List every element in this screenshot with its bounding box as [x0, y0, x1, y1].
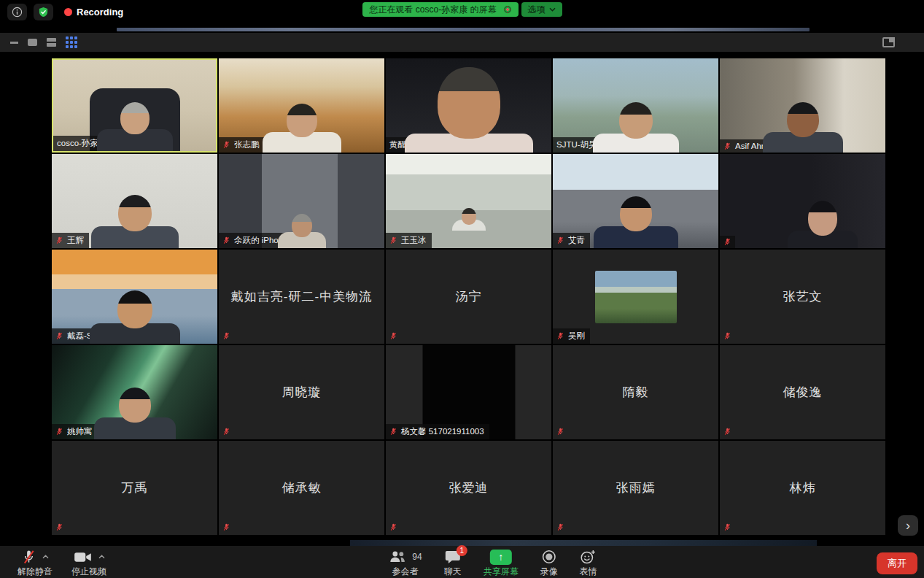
security-shield-menu-icon[interactable]	[34, 4, 53, 20]
muted-mic-icon	[556, 236, 564, 244]
participant-tile[interactable]: 姚帅寓	[52, 345, 217, 439]
participant-tile[interactable]: 林炜	[720, 441, 885, 535]
muted-mic-icon	[222, 523, 230, 531]
banner-text: 您正在观看 cosco-孙家康 的屏幕	[369, 4, 496, 16]
speaker-view-icon[interactable]	[28, 39, 37, 46]
participant-tile[interactable]: 隋毅	[553, 345, 718, 439]
recording-indicator[interactable]: Recording	[64, 7, 123, 18]
participant-tile[interactable]: 周晓璇	[219, 345, 384, 439]
unmute-label: 解除静音	[18, 566, 53, 578]
stop-video-button[interactable]: 停止视频	[71, 546, 106, 578]
share-screen-label: 共享屏幕	[484, 566, 519, 578]
zoom-meeting-screen: Recording 您正在观看 cosco-孙家康 的屏幕 选项 cosco-孙…	[0, 0, 924, 578]
muted-mic-icon	[55, 428, 63, 436]
participant-mute-indicator	[55, 523, 63, 531]
mic-options-caret[interactable]	[42, 555, 49, 559]
participant-mute-indicator	[723, 428, 731, 436]
shared-screen-top-edge	[117, 28, 810, 31]
layout-toggle-icon[interactable]	[882, 37, 895, 47]
recording-label: Recording	[77, 7, 123, 18]
participant-mute-indicator	[222, 428, 230, 436]
muted-mic-icon	[556, 523, 564, 531]
muted-mic-icon	[556, 332, 564, 340]
leave-button[interactable]: 离开	[877, 552, 917, 574]
chat-button[interactable]: 1 聊天	[444, 546, 462, 578]
muted-mic-icon	[723, 523, 731, 531]
participant-video-silhouette	[788, 201, 858, 248]
participants-count: 94	[412, 552, 422, 562]
participant-video-silhouette	[90, 290, 180, 344]
participant-tile[interactable]: 储俊逸	[720, 345, 885, 439]
participant-tile[interactable]: 王辉	[52, 154, 217, 248]
participant-video-silhouette	[405, 67, 533, 153]
participant-tile[interactable]: SJTU-胡昊	[553, 58, 718, 153]
participant-tile[interactable]: 余跃的 iPhone	[219, 154, 384, 248]
participant-name: 周晓璇	[219, 345, 384, 439]
participants-label: 参会者	[392, 566, 418, 578]
participant-name: 艾青	[568, 235, 585, 246]
share-screen-icon: ↑	[490, 550, 512, 565]
participant-tile[interactable]: Asif Ahmed	[720, 58, 885, 153]
participant-name: 汤宁	[386, 250, 551, 344]
unmute-button[interactable]: 解除静音	[18, 546, 53, 578]
participant-tile[interactable]	[720, 154, 885, 248]
minimize-view-icon[interactable]	[10, 42, 18, 44]
participant-mute-indicator	[389, 523, 397, 531]
participant-name: 张爱迪	[386, 441, 551, 535]
participant-name-label: 王玉冰	[386, 233, 432, 248]
participant-name: 林炜	[720, 441, 885, 535]
participant-tile[interactable]: 汤宁	[386, 250, 551, 344]
muted-mic-icon	[222, 236, 230, 244]
participant-name: 万禹	[52, 441, 217, 535]
participant-tile[interactable]: 戴如吉亮-研二-中美物流	[219, 250, 384, 344]
participant-mute-indicator	[723, 332, 731, 340]
participants-button[interactable]: 94 参会者	[388, 546, 422, 578]
chat-badge: 1	[457, 545, 467, 556]
participant-tile[interactable]: 张雨嫣	[553, 441, 718, 535]
muted-mic-icon	[222, 332, 230, 340]
participant-name: 吴刚	[568, 331, 585, 342]
participant-tile[interactable]: 吴刚	[553, 250, 718, 344]
participant-name-label: 姚帅寓	[52, 424, 98, 439]
video-options-caret[interactable]	[98, 555, 105, 559]
reactions-button[interactable]: 表情	[580, 546, 597, 578]
participant-tile[interactable]: 黄醒春	[386, 58, 551, 153]
record-button[interactable]: 录像	[540, 546, 558, 578]
participant-tile[interactable]: 张志鹏	[219, 58, 384, 153]
participant-tile[interactable]: 艾青	[553, 154, 718, 248]
stop-video-label: 停止视频	[71, 566, 106, 578]
banner-record-icon	[504, 6, 511, 13]
smiley-plus-icon	[581, 550, 596, 564]
participant-tile[interactable]: 张爱迪	[386, 441, 551, 535]
participant-tile[interactable]: 张艺文	[720, 250, 885, 344]
participant-avatar-photo	[595, 271, 677, 323]
participant-name: SJTU-胡昊	[556, 139, 597, 150]
banner-options-button[interactable]: 选项	[521, 2, 562, 17]
share-screen-button[interactable]: ↑ 共享屏幕	[484, 546, 519, 578]
participant-video-silhouette	[763, 102, 843, 153]
participant-mute-indicator	[720, 236, 735, 248]
participant-video-silhouette	[91, 195, 179, 248]
info-menu-icon[interactable]	[7, 4, 27, 20]
participant-name-label: 张志鹏	[219, 137, 265, 153]
participant-name-label: 王辉	[52, 233, 89, 248]
participant-tile[interactable]: 戴磊-SJTU	[52, 250, 217, 344]
participant-tile[interactable]: cosco-孙家康	[52, 58, 217, 153]
gallery-view-icon[interactable]	[66, 36, 77, 48]
participant-mute-indicator	[222, 523, 230, 531]
participant-tile[interactable]: 储承敏	[219, 441, 384, 535]
control-toolbar: 解除静音 停止视频 94 参会者 1	[0, 546, 924, 578]
participant-video-silhouette	[594, 196, 678, 248]
participant-name: 张雨嫣	[553, 441, 718, 535]
participant-tile[interactable]: 王玉冰	[386, 154, 551, 248]
record-label: 录像	[540, 566, 558, 578]
participant-tile[interactable]: 杨文馨 517021911003	[386, 345, 551, 439]
muted-mic-icon	[389, 236, 397, 244]
participant-name: 姚帅寓	[67, 426, 93, 437]
next-page-button[interactable]: ›	[898, 515, 918, 536]
view-toolbar	[0, 33, 924, 52]
participant-video-silhouette	[263, 104, 341, 153]
thumbnail-view-icon[interactable]	[47, 38, 56, 47]
muted-mic-icon	[723, 142, 731, 150]
participant-tile[interactable]: 万禹	[52, 441, 217, 535]
